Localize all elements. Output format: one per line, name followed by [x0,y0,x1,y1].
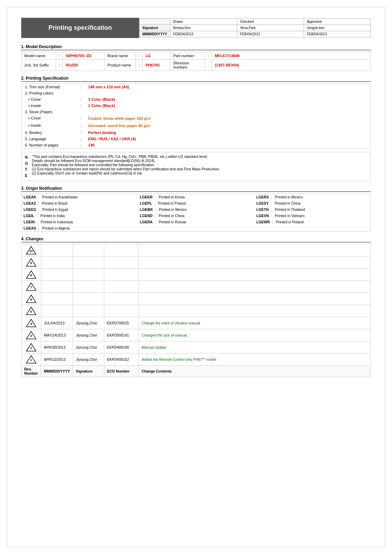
info-table: Drawn Checked Approved Signature Bohwa.K… [139,18,371,37]
origin-lgers: LGERS : Printed in Mexico [254,194,371,200]
spec-value-bindery: Perfect binding [85,129,371,136]
spec-value-language: ENG / RUS / KAZ / UKR (4) [85,136,371,142]
footer-sig: Signature [73,366,104,377]
sig-cell: Jiyoung.Choi [73,354,104,366]
eco-cell [104,305,139,317]
suffix-value: RU/DR [63,60,105,71]
rev-cell: 9 [21,257,41,269]
spec-label-cover: • Cover [21,96,77,102]
sig-cell [73,244,104,257]
origin-lgesy: LGESY : Printed in China [254,200,371,206]
date-cell: MAY/24/2013 [41,329,73,341]
origin-lgepl: LGEPL : Printed in Poland [138,200,254,206]
footer-rev: Rev. Number [21,366,41,377]
eco-cell: EKPD500141 [104,329,139,341]
origin-lgeth: LGETH : Printed in Thailand [254,206,371,213]
note-line-3: (1) Eco-hazardous substances test report… [32,167,367,171]
drawn-header: Drawn [170,19,237,25]
rev-cell: 2 [21,341,41,354]
desc-cell [139,305,371,317]
footer-eco: ECO Number [104,366,139,377]
section3-title: 3. Origin Notification [21,186,371,192]
origin-lgeil: LGEIL : Printed in India [21,213,138,219]
origin-lgewr: LGEWR : Printed in Poland [254,219,371,225]
origin-lgeak: LGEAK : Printed in Kazakhstan [21,194,138,200]
spec-colon-pages: : [77,142,85,149]
spec-label-inside: • Inside [21,102,77,109]
rev-cell: 1 [21,354,41,366]
date-cell [41,269,73,281]
origin-empty2 [254,225,371,232]
spec-value-cover: 1 Color (Black) [85,96,371,102]
rev-cell: 7 [21,281,41,293]
rev-cell: 4 [21,317,41,329]
revision-value: (1307-REV04) [212,60,371,71]
rev-cell: 3 [21,329,41,341]
sig-cell [73,257,104,269]
change-row: 6 [21,293,371,305]
date-cell [41,281,73,293]
document-title: Printing specification [21,18,139,38]
suffix-label: 2nd, 3rd Suffix [21,60,56,71]
spec-label-stock: 3. Stock (Paper) [21,109,77,115]
date-cell [41,257,73,269]
spec-label-bindery: 4. Bindery [21,129,77,136]
spec-colon-language: : [77,136,85,142]
footer-date: MMM/DD/YYYY [41,366,73,377]
eco-cell: EKPD400152 [104,354,139,366]
eco-cell: EKPD400180 [104,341,139,354]
rev-cell: 8 [21,269,41,281]
product-label: Product name [105,60,136,71]
change-row: 3 MAY/24/2013 Jiyoung.Choi EKPD500141 Ch… [21,329,371,341]
origin-lgevn: LGEVN : Printed in Vietnam [254,213,371,219]
date-cell: APR/22/2013 [41,354,73,366]
spec-value-cover2: Coated, Snow white paper 150 g/㎡ [85,115,371,122]
section1-title: 1. Model Description [21,44,371,50]
checked-date: FEB/04/2013 [237,31,304,37]
eco-cell [104,293,139,305]
eco-cell [104,281,139,293]
eco-cell: EKPD700025 [104,317,139,329]
revision-label: (Revision number) [170,60,205,71]
spec-label-inside2: • Inside [21,122,77,129]
eco-cell [104,244,139,257]
spec-label-language: 5. Language [21,136,77,142]
desc-cell [139,257,371,269]
note-line-1: Details should be followed Eco-SCM manag… [32,159,367,163]
eco-cell [104,269,139,281]
checked-header: Checked [237,19,304,25]
spec-colon-inside2: : [77,122,85,129]
change-row: 1 APR/22/2013 Jiyoung.Choi EKPD400152 Ad… [21,354,371,366]
change-row: 4 JUL/04/2013 Jiyoung.Choi EKPD700025 Ch… [21,317,371,329]
sig-cell: Jiyoung.Choi [73,341,104,354]
approved-sig: Jongok.kim [304,25,371,31]
spec-label-colors: 2. Printing colors [21,90,77,96]
brand-value: LG [143,52,170,60]
note-line-4: (2) Especially, Don't use or contain lea… [32,171,367,175]
model-label: Model name [21,52,56,60]
spec-value-trim: 148 mm x 210 mm (A5) [85,84,371,90]
sig-cell [73,269,104,281]
approved-header: Approved [304,19,371,25]
date-cell [41,305,73,317]
product-value: PH670S [143,60,170,71]
desc-cell [139,244,371,257]
sig-cell [73,281,104,293]
spec-colon-bindery: : [77,129,85,136]
date-cell: APR/30/2013 [41,341,73,354]
spec-colon-cover2: : [77,115,85,122]
colon2: : [136,52,143,60]
origin-lgemx: LGEMX : Printed in Mexico [138,206,254,213]
note-side-label: NOTE [25,154,32,179]
changes-footer-row: Rev. Number MMM/DD/YYYY Signature ECO Nu… [21,366,371,377]
rev-cell: 6 [21,293,41,305]
origin-empty1 [138,225,254,232]
spec-label-cover2: • Cover [21,115,77,122]
origin-lgend: LGEND : Printed in China [138,213,254,219]
section4-title: 4. Changes [21,236,371,242]
origin-lgeaz: LGEAZ : Printed in Brazil [21,200,138,206]
change-row: 8 [21,269,371,281]
origin-lgein: LGEIN : Printed in Indonesia [21,219,138,225]
spec-label-pages: 6. Number of pages [21,142,77,149]
desc-cell [139,269,371,281]
